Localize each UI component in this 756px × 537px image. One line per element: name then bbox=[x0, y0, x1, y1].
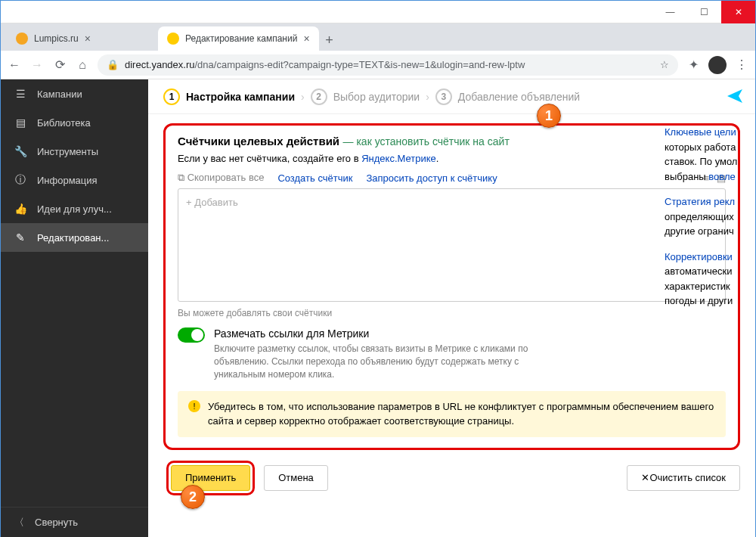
warning-text: Убедитесь в том, что использование парам… bbox=[208, 400, 715, 427]
help-link-strategy[interactable]: Стратегия рекл bbox=[665, 196, 735, 207]
cancel-button[interactable]: Отмена bbox=[264, 465, 328, 491]
thumb-icon: 👍 bbox=[14, 203, 26, 215]
help-link-adjust[interactable]: Корректировки bbox=[665, 251, 733, 262]
browser-tab-strip: Lumpics.ru × Редактирование кампаний × + bbox=[1, 23, 755, 51]
info-icon: ⓘ bbox=[14, 173, 26, 187]
main-content: 1 Настройка кампании › 2 Выбор аудитории… bbox=[148, 79, 755, 537]
address-bar[interactable]: 🔒 direct.yandex.ru/dna/campaigns-edit?ca… bbox=[98, 54, 678, 76]
sidebar-item-tools[interactable]: 🔧Инструменты bbox=[1, 137, 148, 166]
step-3-label[interactable]: Добавление объявлений bbox=[458, 91, 580, 103]
browser-toolbar: ← → ⟳ ⌂ 🔒 direct.yandex.ru/dna/campaigns… bbox=[1, 51, 755, 79]
extensions-icon[interactable]: ✦ bbox=[686, 57, 701, 72]
sidebar-label: Инструменты bbox=[37, 146, 98, 157]
clear-list-button[interactable]: ✕ Очистить список bbox=[627, 465, 740, 491]
maximize-button[interactable]: ☐ bbox=[687, 1, 721, 23]
help-link[interactable]: — как установить счётчик на сайт bbox=[343, 135, 510, 147]
new-tab-button[interactable]: + bbox=[319, 29, 340, 51]
sidebar-label: Информация bbox=[37, 175, 98, 186]
action-buttons: Применить Отмена ✕ Очистить список bbox=[163, 461, 740, 495]
star-icon[interactable]: ☆ bbox=[660, 59, 669, 70]
collapse-label: Свернуть bbox=[35, 517, 78, 528]
add-placeholder: + Добавить bbox=[186, 197, 238, 208]
sidebar-label: Редактирован... bbox=[37, 232, 109, 244]
warning-icon: ! bbox=[188, 400, 200, 412]
sidebar-item-info[interactable]: ⓘИнформация bbox=[1, 166, 148, 194]
tab-close-icon[interactable]: × bbox=[85, 33, 91, 45]
window-title-bar: — ☐ ✕ bbox=[1, 1, 755, 23]
chevron-left-icon: 〈 bbox=[14, 516, 24, 529]
library-icon: ▤ bbox=[14, 116, 26, 129]
metrika-link[interactable]: Яндекс.Метрике bbox=[361, 153, 436, 164]
stepper: 1 Настройка кампании › 2 Выбор аудитории… bbox=[148, 79, 755, 114]
sidebar-item-ideas[interactable]: 👍Идеи для улуч... bbox=[1, 194, 148, 223]
back-icon[interactable]: ← bbox=[7, 58, 22, 72]
sidebar-item-library[interactable]: ▤Библиотека bbox=[1, 108, 148, 137]
annotation-badge-2: 2 bbox=[181, 485, 205, 509]
step-2-label[interactable]: Выбор аудитории bbox=[333, 91, 420, 103]
apply-button[interactable]: Применить bbox=[171, 465, 250, 491]
step-1-label[interactable]: Настройка кампании bbox=[186, 91, 295, 103]
step-3-number: 3 bbox=[435, 88, 452, 105]
create-counter-link[interactable]: Создать счётчик bbox=[277, 172, 352, 184]
section-title: Счётчики целевых действий bbox=[178, 135, 339, 147]
url-path: /dna/campaigns-edit?campaign-type=TEXT&i… bbox=[195, 59, 525, 70]
sidebar-label: Библиотека bbox=[37, 117, 91, 129]
sidebar-item-campaigns[interactable]: ☰Кампании bbox=[1, 79, 148, 108]
send-icon[interactable] bbox=[726, 87, 744, 109]
toggle-title: Размечать ссылки для Метрики bbox=[214, 327, 562, 340]
sidebar: ☰Кампании ▤Библиотека 🔧Инструменты ⓘИнфо… bbox=[1, 79, 148, 537]
favicon-icon bbox=[16, 33, 28, 45]
tab-close-icon[interactable]: × bbox=[303, 33, 309, 45]
counters-input[interactable]: + Добавить bbox=[178, 188, 726, 302]
browser-tab[interactable]: Lumpics.ru × bbox=[7, 26, 158, 51]
lock-icon: 🔒 bbox=[107, 59, 119, 70]
counters-section: Счётчики целевых действий — как установи… bbox=[163, 123, 740, 450]
sidebar-item-edit[interactable]: ✎Редактирован... bbox=[1, 223, 148, 252]
help-link-goals[interactable]: Ключевые цели bbox=[665, 126, 736, 138]
section-description: Если у вас нет счётчика, создайте его в … bbox=[178, 153, 726, 164]
close-button[interactable]: ✕ bbox=[721, 1, 755, 23]
step-2-number: 2 bbox=[311, 88, 327, 105]
pencil-icon: ✎ bbox=[14, 231, 26, 244]
minimize-button[interactable]: — bbox=[653, 1, 687, 23]
sidebar-label: Кампании bbox=[37, 88, 82, 100]
sidebar-collapse[interactable]: 〈Свернуть bbox=[1, 507, 148, 537]
tab-title: Редактирование кампаний bbox=[185, 33, 297, 44]
chevron-right-icon: › bbox=[301, 91, 305, 103]
url-host: direct.yandex.ru bbox=[125, 59, 195, 70]
wrench-icon: 🔧 bbox=[14, 145, 26, 157]
reload-icon[interactable]: ⟳ bbox=[52, 57, 67, 72]
help-panel: Ключевые цели которых работа ставок. По … bbox=[657, 117, 755, 327]
browser-tab[interactable]: Редактирование кампаний × bbox=[158, 26, 319, 51]
menu-icon: ☰ bbox=[14, 88, 26, 100]
step-1-number: 1 bbox=[163, 88, 180, 105]
warning-box: ! Убедитесь в том, что использование пар… bbox=[178, 391, 726, 436]
sidebar-label: Идеи для улуч... bbox=[37, 203, 112, 215]
tab-title: Lumpics.ru bbox=[34, 33, 79, 44]
chevron-right-icon: › bbox=[426, 91, 429, 103]
copy-all-button[interactable]: ⧉ Скопировать все bbox=[178, 172, 264, 184]
mark-links-toggle[interactable] bbox=[178, 327, 205, 343]
favicon-icon bbox=[167, 33, 179, 45]
home-icon[interactable]: ⌂ bbox=[75, 58, 90, 72]
annotation-badge-1: 1 bbox=[537, 104, 561, 128]
request-access-link[interactable]: Запросить доступ к счётчику bbox=[366, 172, 497, 184]
profile-avatar[interactable] bbox=[708, 56, 727, 74]
forward-icon[interactable]: → bbox=[29, 58, 45, 72]
counters-hint: Вы можете добавлять свои счётчики bbox=[178, 308, 726, 318]
menu-icon[interactable]: ⋮ bbox=[734, 57, 749, 72]
toggle-description: Включите разметку ссылок, чтобы связать … bbox=[214, 343, 562, 380]
